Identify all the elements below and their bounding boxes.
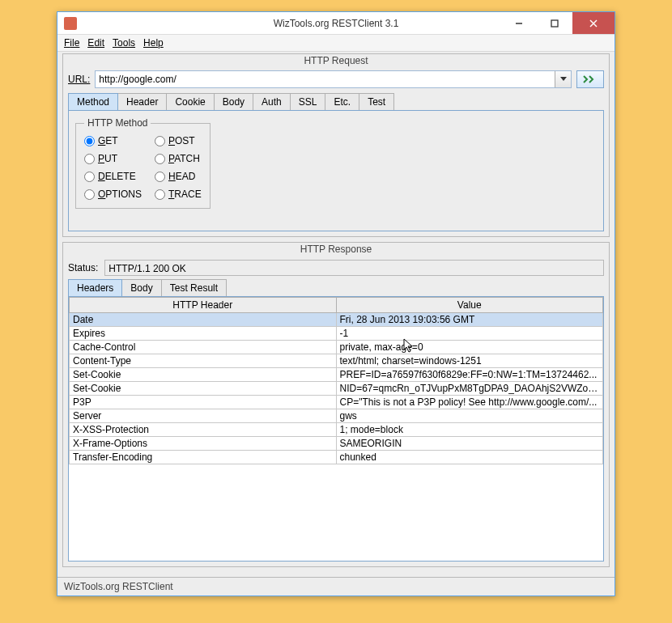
menu-help[interactable]: Help	[143, 37, 164, 49]
send-request-button[interactable]	[576, 70, 604, 88]
method-radio-put[interactable]: PUT	[84, 153, 142, 164]
url-label: URL:	[68, 74, 90, 85]
tab-resp-headers[interactable]: Headers	[68, 279, 122, 296]
table-row[interactable]: X-Frame-OptionsSAMEORIGIN	[70, 437, 603, 451]
method-radio-input-patch[interactable]	[155, 154, 165, 164]
http-method-group: HTTP Method GETPOSTPUTPATCHDELETEHEADOPT…	[75, 117, 211, 209]
tab-method[interactable]: Method	[68, 93, 118, 110]
url-combo[interactable]	[95, 70, 572, 88]
svg-rect-1	[551, 20, 558, 27]
response-panel-title: HTTP Response	[63, 243, 609, 256]
window-title: WizTools.org RESTClient 3.1	[274, 18, 399, 29]
col-value[interactable]: Value	[336, 298, 603, 313]
method-radio-input-put[interactable]	[84, 154, 95, 164]
table-row[interactable]: Content-Typetext/html; charset=windows-1…	[70, 354, 603, 368]
url-dropdown-button[interactable]	[555, 71, 571, 87]
tab-resp-testresult[interactable]: Test Result	[161, 279, 227, 296]
request-tab-body: HTTP Method GETPOSTPUTPATCHDELETEHEADOPT…	[68, 110, 604, 231]
method-radio-patch[interactable]: PATCH	[155, 153, 202, 164]
app-window: WizTools.org RESTClient 3.1 File Edit To…	[57, 11, 615, 596]
tab-cookie[interactable]: Cookie	[166, 93, 214, 110]
svg-marker-4	[560, 77, 567, 81]
table-row[interactable]: Transfer-Encodingchunked	[70, 451, 603, 464]
tab-body[interactable]: Body	[214, 93, 253, 110]
menu-edit[interactable]: Edit	[87, 37, 104, 49]
method-radio-delete[interactable]: DELETE	[84, 171, 142, 182]
tab-etc[interactable]: Etc.	[325, 93, 359, 110]
table-row[interactable]: Set-CookieNID=67=qmcRn_oTJVupPxM8TgDPA9_…	[70, 382, 603, 396]
table-row[interactable]: Cache-Controlprivate, max-age=0	[70, 341, 603, 354]
method-radio-input-delete[interactable]	[84, 172, 95, 182]
col-http-header[interactable]: HTTP Header	[70, 298, 337, 313]
response-tabs: Headers Body Test Result	[68, 279, 604, 296]
menubar: File Edit Tools Help	[57, 35, 615, 52]
method-radio-options[interactable]: OPTIONS	[84, 189, 142, 200]
request-panel-title: HTTP Request	[63, 54, 609, 68]
http-method-legend: HTTP Method	[84, 117, 151, 129]
method-radio-post[interactable]: POST	[155, 135, 202, 146]
method-radio-input-trace[interactable]	[155, 189, 165, 200]
table-row[interactable]: Expires-1	[70, 327, 603, 341]
maximize-button[interactable]	[537, 12, 572, 34]
method-radio-get[interactable]: GET	[84, 135, 142, 146]
method-radio-input-head[interactable]	[155, 172, 165, 182]
close-button[interactable]	[572, 12, 615, 34]
method-radio-input-get[interactable]	[84, 136, 95, 146]
status-value: HTTP/1.1 200 OK	[104, 260, 604, 276]
request-tabs: Method Header Cookie Body Auth SSL Etc. …	[68, 93, 604, 110]
menu-file[interactable]: File	[64, 37, 79, 49]
table-row[interactable]: P3PCP="This is not a P3P policy! See htt…	[70, 396, 603, 409]
titlebar[interactable]: WizTools.org RESTClient 3.1	[57, 12, 615, 35]
table-row[interactable]: Servergws	[70, 409, 603, 423]
tab-header[interactable]: Header	[117, 93, 167, 110]
response-panel: HTTP Response Status: HTTP/1.1 200 OK He…	[62, 242, 610, 567]
tab-ssl[interactable]: SSL	[290, 93, 326, 110]
statusbar: WizTools.org RESTClient	[57, 577, 615, 595]
table-row[interactable]: DateFri, 28 Jun 2013 19:03:56 GMT	[70, 313, 603, 327]
menu-tools[interactable]: Tools	[113, 37, 135, 49]
request-panel: HTTP Request URL: Method Header Cookie B…	[62, 53, 610, 237]
tab-resp-body[interactable]: Body	[121, 279, 161, 296]
app-icon	[64, 17, 77, 30]
tab-auth[interactable]: Auth	[253, 93, 291, 110]
tab-test[interactable]: Test	[359, 93, 394, 110]
status-label: Status:	[68, 262, 98, 273]
response-tab-body: HTTP Header Value DateFri, 28 Jun 2013 1…	[68, 296, 604, 562]
method-radio-trace[interactable]: TRACE	[155, 189, 202, 200]
method-radio-input-post[interactable]	[155, 136, 165, 146]
url-input[interactable]	[96, 71, 555, 87]
table-row[interactable]: Set-CookiePREF=ID=a76597f630f6829e:FF=0:…	[70, 368, 603, 382]
minimize-button[interactable]	[501, 12, 537, 34]
method-radio-head[interactable]: HEAD	[155, 171, 202, 182]
method-radio-input-options[interactable]	[84, 189, 95, 200]
response-headers-table[interactable]: HTTP Header Value DateFri, 28 Jun 2013 1…	[69, 297, 603, 464]
table-row[interactable]: X-XSS-Protection1; mode=block	[70, 423, 603, 437]
